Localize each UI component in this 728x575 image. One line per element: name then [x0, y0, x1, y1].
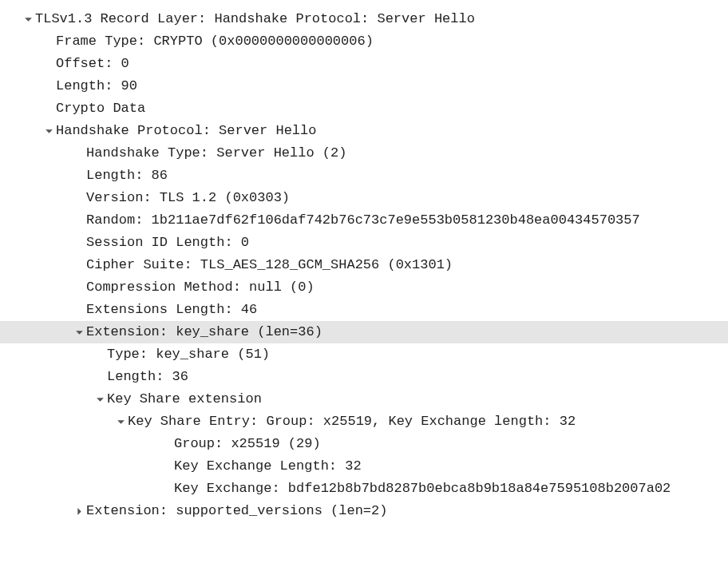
tree-row-key-share-extension[interactable]: Key Share extension [0, 388, 728, 410]
record-layer-label: TLSv1.3 Record Layer: Handshake Protocol… [35, 8, 475, 30]
kse-label: Key Share extension [107, 388, 262, 410]
tree-row-extension-supported-versions[interactable]: Extension: supported_versions (len=2) [0, 500, 728, 522]
tree-row-crypto-data[interactable]: Crypto Data [0, 97, 728, 120]
offset-value: Offset: 0 [56, 53, 129, 75]
tree-row-cipher-suite[interactable]: Cipher Suite: TLS_AES_128_GCM_SHA256 (0x… [0, 254, 728, 276]
key-share-entry-label: Key Share Entry: Group: x25519, Key Exch… [128, 410, 576, 433]
tree-row-compression-method[interactable]: Compression Method: null (0) [0, 276, 728, 299]
compression-method-value: Compression Method: null (0) [86, 276, 315, 299]
extensions-length-value: Extensions Length: 46 [86, 299, 257, 321]
tree-row-frame-type[interactable]: Frame Type: CRYPTO (0x0000000000000006) [0, 30, 728, 53]
tree-row-version[interactable]: Version: TLS 1.2 (0x0303) [0, 187, 728, 209]
key-share-type-value: Type: key_share (51) [107, 343, 270, 366]
chevron-down-icon[interactable] [113, 414, 128, 429]
chevron-down-icon[interactable] [42, 124, 56, 138]
handshake-label: Handshake Protocol: Server Hello [56, 120, 316, 142]
key-share-length-value: Length: 36 [107, 366, 188, 388]
random-value: Random: 1b211ae7df62f106daf742b76c73c7e9… [86, 209, 640, 232]
tree-row-offset[interactable]: Offset: 0 [0, 53, 728, 75]
chevron-down-icon[interactable] [72, 325, 86, 339]
key-exchange-value: Key Exchange: bdfe12b8b7bd8287b0ebca8b9b… [174, 478, 671, 500]
version-value: Version: TLS 1.2 (0x0303) [86, 187, 290, 209]
ext-key-share-label: Extension: key_share (len=36) [86, 321, 322, 343]
tree-row-extension-key-share[interactable]: Extension: key_share (len=36) [0, 321, 728, 343]
tree-row-key-share-type[interactable]: Type: key_share (51) [0, 343, 728, 366]
tree-row-group[interactable]: Group: x25519 (29) [0, 433, 728, 455]
packet-details-tree: TLSv1.3 Record Layer: Handshake Protocol… [0, 0, 728, 522]
tree-row-key-exchange[interactable]: Key Exchange: bdfe12b8b7bd8287b0ebca8b9b… [0, 478, 728, 500]
tree-row-key-share-length[interactable]: Length: 36 [0, 366, 728, 388]
key-exchange-length-value: Key Exchange Length: 32 [174, 455, 362, 478]
handshake-length-value: Length: 86 [86, 165, 168, 187]
frame-type-value: Frame Type: CRYPTO (0x0000000000000006) [56, 30, 374, 53]
ext-supported-versions-label: Extension: supported_versions (len=2) [86, 500, 387, 522]
session-id-length-value: Session ID Length: 0 [86, 232, 249, 254]
cipher-suite-value: Cipher Suite: TLS_AES_128_GCM_SHA256 (0x… [86, 254, 453, 276]
tree-row-handshake-protocol[interactable]: Handshake Protocol: Server Hello [0, 120, 728, 142]
group-value: Group: x25519 (29) [174, 433, 321, 455]
handshake-type-value: Handshake Type: Server Hello (2) [86, 142, 346, 165]
chevron-down-icon[interactable] [93, 392, 107, 406]
tree-row-handshake-length[interactable]: Length: 86 [0, 165, 728, 187]
tree-row-extensions-length[interactable]: Extensions Length: 46 [0, 299, 728, 321]
tree-row-key-exchange-length[interactable]: Key Exchange Length: 32 [0, 455, 728, 478]
chevron-right-icon[interactable] [72, 504, 86, 518]
tree-row-random[interactable]: Random: 1b211ae7df62f106daf742b76c73c7e9… [0, 209, 728, 232]
tree-row-session-id-length[interactable]: Session ID Length: 0 [0, 232, 728, 254]
tree-row-length[interactable]: Length: 90 [0, 75, 728, 97]
crypto-data-value: Crypto Data [56, 97, 145, 120]
tree-row-record-layer[interactable]: TLSv1.3 Record Layer: Handshake Protocol… [0, 8, 728, 30]
chevron-down-icon[interactable] [21, 12, 35, 26]
length-value: Length: 90 [56, 75, 137, 97]
tree-row-handshake-type[interactable]: Handshake Type: Server Hello (2) [0, 142, 728, 165]
tree-row-key-share-entry[interactable]: Key Share Entry: Group: x25519, Key Exch… [0, 410, 728, 433]
